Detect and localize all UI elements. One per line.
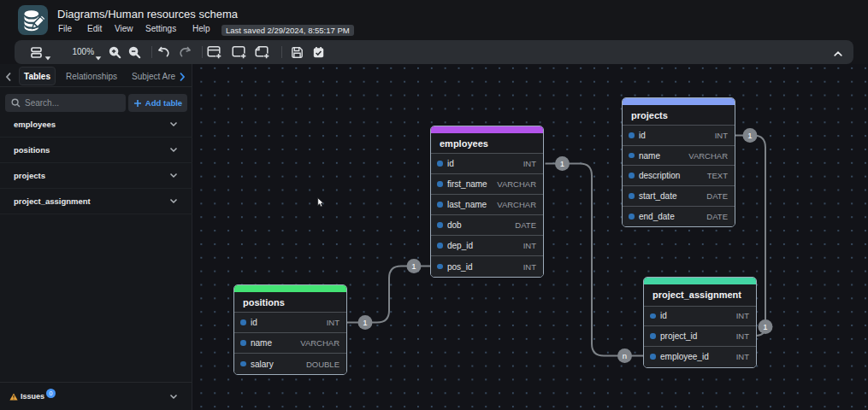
svg-text:n: n [623, 351, 627, 360]
svg-text:1: 1 [363, 318, 367, 327]
svg-text:1: 1 [560, 159, 564, 168]
svg-text:1: 1 [411, 261, 416, 271]
svg-text:1: 1 [747, 131, 752, 140]
svg-text:1: 1 [763, 322, 767, 331]
